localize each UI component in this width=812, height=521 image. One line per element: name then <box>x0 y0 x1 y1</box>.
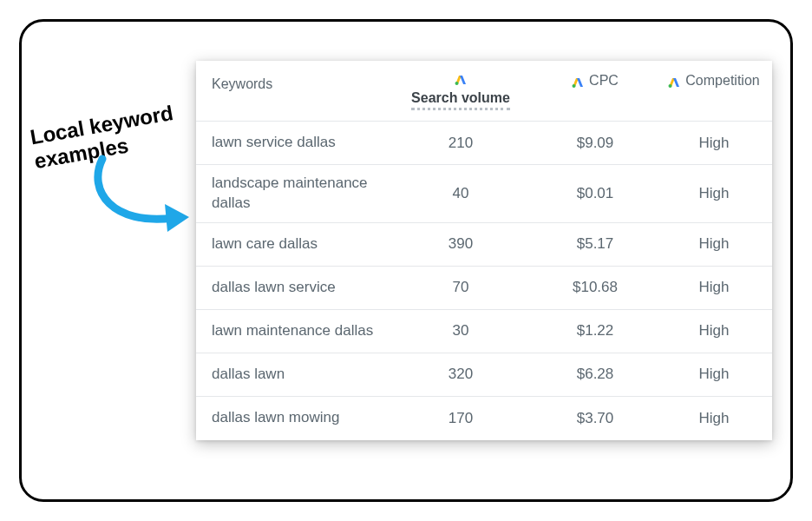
cell-search-volume: 320 <box>387 366 534 383</box>
cell-cpc: $9.09 <box>534 135 656 152</box>
arrow-icon <box>78 143 195 247</box>
table-body: lawn service dallas210$9.09Highlandscape… <box>196 122 772 440</box>
search-volume-label: Search volume <box>411 90 510 110</box>
cell-search-volume: 40 <box>387 185 534 202</box>
cell-cpc: $3.70 <box>534 410 656 427</box>
google-ads-icon <box>455 73 467 83</box>
svg-point-0 <box>455 82 459 85</box>
cell-search-volume: 170 <box>387 410 534 427</box>
cell-search-volume: 70 <box>387 279 534 296</box>
cell-search-volume: 30 <box>387 322 534 340</box>
table-row: landscape maintenance dallas40$0.01High <box>196 165 772 223</box>
cell-cpc: $5.17 <box>534 235 656 253</box>
cell-keyword: dallas lawn <box>196 365 387 385</box>
svg-point-1 <box>573 84 576 88</box>
cell-cpc: $1.22 <box>534 322 656 340</box>
table-row: lawn care dallas390$5.17High <box>196 223 772 267</box>
column-header-cpc: CPC <box>534 73 656 89</box>
cell-competition: High <box>656 410 772 427</box>
cell-cpc: $0.01 <box>534 185 656 202</box>
google-ads-icon <box>572 76 584 86</box>
table-row: dallas lawn320$6.28High <box>196 353 772 397</box>
column-header-search-volume: Search volume <box>387 73 534 110</box>
cell-competition: High <box>656 279 772 296</box>
table-row: lawn maintenance dallas30$1.22High <box>196 310 772 353</box>
google-ads-icon <box>668 76 680 86</box>
keyword-table: Keywords Search volume CPC <box>196 61 772 440</box>
column-header-keywords: Keywords <box>196 73 387 92</box>
cell-keyword: lawn care dallas <box>196 234 387 254</box>
cell-competition: High <box>656 185 772 202</box>
cell-search-volume: 210 <box>387 135 534 152</box>
table-header-row: Keywords Search volume CPC <box>196 61 772 122</box>
competition-label: Competition <box>685 73 759 89</box>
cell-competition: High <box>656 135 772 152</box>
cell-competition: High <box>656 235 772 253</box>
cell-keyword: dallas lawn service <box>196 278 387 298</box>
cpc-label: CPC <box>589 73 619 89</box>
cell-keyword: lawn maintenance dallas <box>196 321 387 341</box>
cell-competition: High <box>656 322 772 340</box>
table-row: lawn service dallas210$9.09High <box>196 122 772 165</box>
svg-point-2 <box>669 84 672 88</box>
cell-keyword: landscape maintenance dallas <box>196 174 387 214</box>
cell-search-volume: 390 <box>387 235 534 253</box>
column-header-competition: Competition <box>656 73 772 89</box>
table-row: dallas lawn mowing170$3.70High <box>196 397 772 440</box>
table-row: dallas lawn service70$10.68High <box>196 267 772 310</box>
cell-cpc: $10.68 <box>534 279 656 296</box>
cell-keyword: dallas lawn mowing <box>196 408 387 428</box>
cell-competition: High <box>656 366 772 383</box>
cell-cpc: $6.28 <box>534 366 656 383</box>
cell-keyword: lawn service dallas <box>196 133 387 153</box>
